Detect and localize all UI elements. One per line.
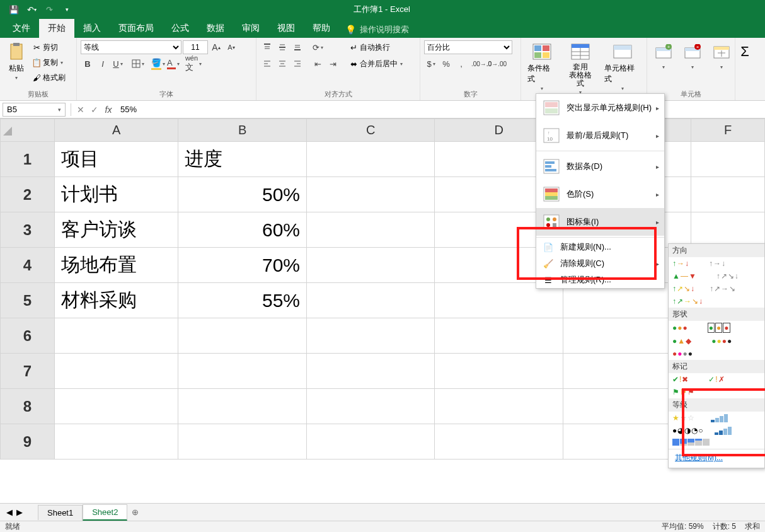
col-header-F[interactable]: F (691, 119, 765, 142)
enter-button[interactable]: ✓ (88, 103, 101, 117)
add-sheet-button[interactable]: ⊕ (127, 507, 142, 517)
row-header-5[interactable]: 5 (1, 283, 55, 318)
delete-cell-button[interactable]: ×▾ (680, 40, 705, 71)
iconset-redtoblack[interactable]: ●●●● (672, 349, 693, 358)
cf-highlight-rules[interactable]: 突出显示单元格规则(H)▸ (536, 94, 664, 122)
tab-data[interactable]: 数据 (198, 19, 233, 38)
sheet-tab-1[interactable]: Sheet1 (38, 505, 83, 520)
align-top-button[interactable] (260, 40, 274, 54)
cancel-button[interactable]: ✕ (74, 103, 88, 117)
formula-input[interactable]: 55% (115, 105, 765, 114)
iconset-5arrows-colored[interactable]: ↑↗→↘↓ (672, 297, 703, 306)
save-icon[interactable]: 💾 (6, 2, 21, 17)
cell-B2[interactable]: 50% (178, 177, 307, 212)
cell-C1[interactable] (307, 142, 435, 177)
align-right-button[interactable] (290, 57, 304, 71)
cell-A4[interactable]: 场地布置 (54, 248, 178, 283)
comma-button[interactable]: , (454, 57, 468, 71)
iconset-5boxes[interactable] (672, 439, 710, 446)
autosum-button[interactable]: Σ (739, 40, 751, 63)
align-center-button[interactable] (275, 57, 289, 71)
cf-top-rules[interactable]: ↑10 最前/最后规则(T)▸ (536, 122, 664, 149)
tab-view[interactable]: 视图 (268, 19, 304, 38)
format-cell-button[interactable]: ▾ (709, 40, 734, 71)
cf-colorscales[interactable]: 色阶(S)▸ (536, 180, 664, 208)
iconset-3triangles[interactable]: ▲—▼ (672, 272, 696, 280)
iconset-4ratings-bars[interactable] (711, 414, 728, 422)
undo-icon[interactable]: ↶▾ (24, 2, 39, 17)
tab-review[interactable]: 审阅 (233, 19, 268, 38)
increase-font-button[interactable]: A▴ (209, 40, 223, 54)
table-format-button[interactable]: 套用 表格格式▾ (563, 40, 597, 96)
sheet-nav-prev[interactable]: ◀ (6, 507, 13, 517)
iconset-3symbols-circled[interactable]: ✔!✖ (672, 375, 688, 384)
row-header-1[interactable]: 1 (1, 142, 55, 177)
tab-formulas[interactable]: 公式 (163, 19, 198, 38)
tab-home[interactable]: 开始 (39, 19, 74, 38)
col-header-B[interactable]: B (178, 119, 307, 142)
tell-me[interactable]: 💡 操作说明搜索 (339, 21, 415, 38)
iconset-5quarters[interactable]: ●◕◑◔○ (672, 426, 703, 435)
iconset-4arrows-gray[interactable]: ↑↗↘↓ (716, 272, 739, 280)
iconset-more-rules[interactable]: 其他规则(M)... (669, 451, 764, 465)
iconset-3trafficlights-rimmed[interactable]: ●●● (708, 323, 730, 333)
align-left-button[interactable] (260, 57, 274, 71)
indent-increase-button[interactable]: ⇥ (326, 57, 340, 71)
iconset-3arrows-gray[interactable]: ↑→↓ (709, 259, 725, 268)
iconset-3arrows-colored[interactable]: ↑→↓ (672, 259, 689, 268)
cf-databars[interactable]: 数据条(D)▸ (536, 153, 664, 180)
decrease-font-button[interactable]: A▾ (224, 40, 238, 54)
row-header-9[interactable]: 9 (1, 424, 55, 460)
qat-customize-icon[interactable]: ▾ (59, 2, 74, 17)
iconset-3signs[interactable]: ●▲◆ (672, 337, 691, 345)
tab-file[interactable]: 文件 (4, 19, 39, 38)
bold-button[interactable]: B (81, 57, 95, 71)
fx-button[interactable]: fx (101, 103, 115, 117)
cell-B1[interactable]: 进度 (178, 142, 307, 177)
iconset-5ratings-bars[interactable] (715, 427, 732, 435)
col-header-A[interactable]: A (54, 119, 178, 142)
insert-cell-button[interactable]: +▾ (651, 40, 676, 71)
format-painter-button[interactable]: 🖌格式刷 (32, 71, 66, 84)
font-color-button[interactable]: A (166, 57, 180, 71)
phonetic-button[interactable]: wén文 (187, 57, 200, 71)
iconset-3trafficlights[interactable]: ●●● (672, 323, 687, 332)
paste-button[interactable]: 粘贴 ▾ (4, 40, 29, 82)
iconset-4arrows-colored[interactable]: ↑↗↘↓ (672, 284, 694, 293)
name-box[interactable]: B5▾ (3, 103, 66, 117)
iconset-3flags[interactable]: ⚑⚑⚑ (672, 388, 694, 396)
cf-clear-rules[interactable]: 🧹 清除规则(C)▸ (536, 255, 664, 272)
decrease-decimal-button[interactable]: .0→.00 (490, 57, 503, 71)
orientation-button[interactable]: ⟳ (311, 40, 325, 54)
cf-iconsets[interactable]: 图标集(I)▸ (536, 208, 664, 236)
iconset-4trafficlights[interactable]: ●●●● (711, 337, 732, 345)
cell-A5[interactable]: 材料采购 (54, 283, 178, 318)
number-format-select[interactable]: 百分比 (424, 40, 512, 54)
cell-B3[interactable]: 60% (178, 212, 307, 248)
border-button[interactable] (131, 57, 145, 71)
row-header-8[interactable]: 8 (1, 389, 55, 424)
cell-A3[interactable]: 客户访谈 (54, 212, 178, 248)
row-header-7[interactable]: 7 (1, 354, 55, 389)
underline-button[interactable]: U (111, 57, 125, 71)
cut-button[interactable]: ✂剪切 (32, 40, 66, 54)
sheet-tab-2[interactable]: Sheet2 (83, 504, 127, 521)
align-bottom-button[interactable] (290, 40, 304, 54)
row-header-3[interactable]: 3 (1, 212, 55, 248)
tab-layout[interactable]: 页面布局 (110, 19, 163, 38)
redo-icon[interactable]: ↷ (42, 2, 57, 17)
font-size-input[interactable] (183, 40, 208, 54)
iconset-3stars[interactable]: ★★☆ (672, 413, 694, 422)
italic-button[interactable]: I (96, 57, 110, 71)
row-header-2[interactable]: 2 (1, 177, 55, 212)
indent-decrease-button[interactable]: ⇤ (311, 57, 325, 71)
tab-insert[interactable]: 插入 (74, 19, 110, 38)
fill-color-button[interactable]: 🪣 (151, 57, 165, 71)
merge-center-button[interactable]: ⬌合并后居中▾ (348, 57, 403, 71)
row-header-6[interactable]: 6 (1, 318, 55, 354)
accounting-button[interactable]: $ (424, 57, 438, 71)
cell-styles-button[interactable]: 单元格样式▾ (602, 40, 643, 93)
percent-button[interactable]: % (439, 57, 453, 71)
copy-button[interactable]: 📋复制▾ (32, 55, 66, 69)
cell-B5[interactable]: 55% (178, 283, 307, 318)
